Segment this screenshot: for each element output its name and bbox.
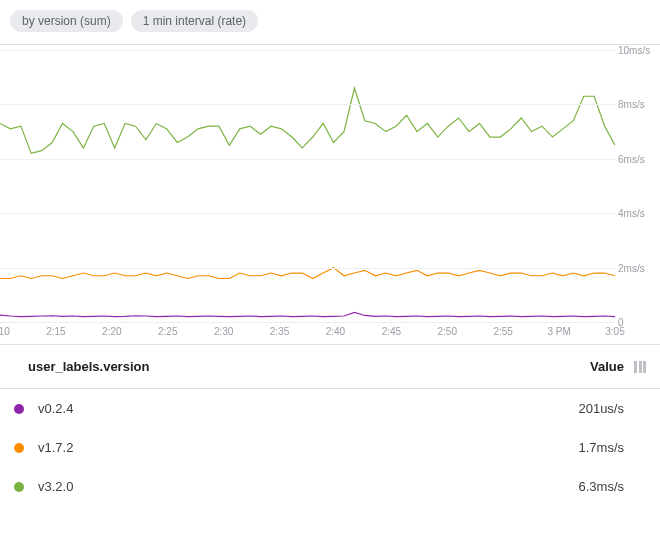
series-color-dot	[14, 404, 24, 414]
x-tick-label: 3:05	[605, 326, 624, 337]
chip-by-version[interactable]: by version (sum)	[10, 10, 123, 32]
x-tick-label: 2:40	[326, 326, 345, 337]
y-tick-label: 6ms/s	[618, 153, 658, 164]
legend-row[interactable]: v3.2.06.3ms/s	[0, 467, 660, 506]
x-tick-label: 2:35	[270, 326, 289, 337]
x-axis: 2:102:152:202:252:302:352:402:452:502:55…	[0, 326, 615, 340]
chart-area: 02ms/s4ms/s6ms/s8ms/s10ms/s 2:102:152:20…	[0, 44, 660, 344]
x-tick-label: 2:30	[214, 326, 233, 337]
chart-svg	[0, 50, 615, 322]
legend-series-value: 1.7ms/s	[578, 440, 624, 455]
y-tick-label: 10ms/s	[618, 45, 658, 56]
gridline	[0, 322, 615, 323]
legend-table: user_labels.version Value v0.2.4201us/sv…	[0, 344, 660, 506]
series-color-dot	[14, 482, 24, 492]
series-color-dot	[14, 443, 24, 453]
x-tick-label: 2:10	[0, 326, 10, 337]
gridline	[0, 50, 615, 51]
y-tick-label: 2ms/s	[618, 262, 658, 273]
series-line	[0, 312, 615, 316]
legend-header-title: user_labels.version	[28, 359, 590, 374]
gridline	[0, 104, 615, 105]
legend-series-name: v1.7.2	[38, 440, 578, 455]
y-tick-label: 8ms/s	[618, 99, 658, 110]
columns-icon[interactable]	[634, 361, 646, 373]
line-chart[interactable]: 02ms/s4ms/s6ms/s8ms/s10ms/s	[0, 50, 615, 322]
y-tick-label: 4ms/s	[618, 208, 658, 219]
legend-series-value: 6.3ms/s	[578, 479, 624, 494]
series-line	[0, 268, 615, 279]
x-tick-label: 2:50	[438, 326, 457, 337]
x-tick-label: 2:55	[493, 326, 512, 337]
legend-header-value: Value	[590, 359, 624, 374]
legend-row[interactable]: v0.2.4201us/s	[0, 389, 660, 428]
legend-series-name: v3.2.0	[38, 479, 578, 494]
chip-interval[interactable]: 1 min interval (rate)	[131, 10, 258, 32]
x-tick-label: 2:45	[382, 326, 401, 337]
x-tick-label: 2:20	[102, 326, 121, 337]
legend-row[interactable]: v1.7.21.7ms/s	[0, 428, 660, 467]
legend-series-name: v0.2.4	[38, 401, 578, 416]
legend-series-value: 201us/s	[578, 401, 624, 416]
legend-header: user_labels.version Value	[0, 345, 660, 389]
x-tick-label: 3 PM	[547, 326, 570, 337]
gridline	[0, 213, 615, 214]
x-tick-label: 2:25	[158, 326, 177, 337]
series-line	[0, 88, 615, 153]
gridline	[0, 268, 615, 269]
chip-row: by version (sum) 1 min interval (rate)	[0, 0, 660, 44]
x-tick-label: 2:15	[46, 326, 65, 337]
gridline	[0, 159, 615, 160]
